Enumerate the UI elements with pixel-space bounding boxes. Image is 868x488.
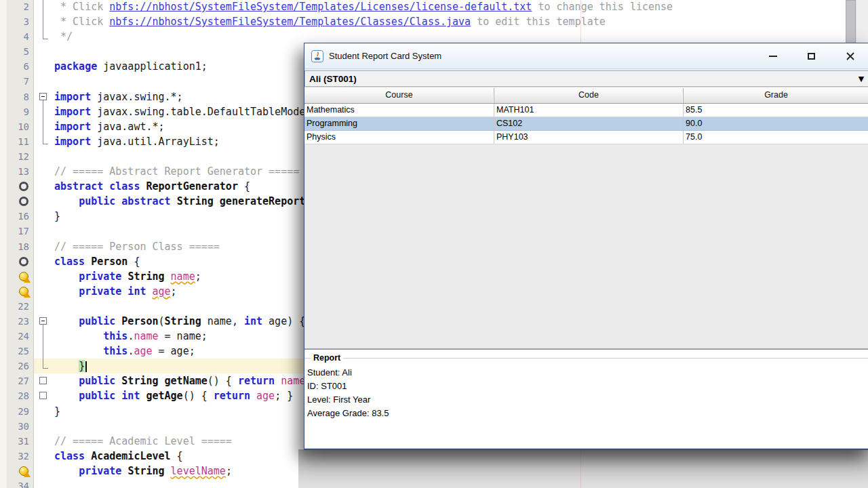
fold-marker bbox=[34, 194, 53, 209]
line-number[interactable]: 3 bbox=[7, 14, 34, 29]
line-number[interactable]: 26 bbox=[7, 359, 34, 373]
line-number[interactable]: 12 bbox=[7, 149, 34, 164]
line-number[interactable]: 28 bbox=[7, 388, 34, 403]
fold-marker[interactable] bbox=[34, 344, 53, 359]
code-text: private String name; bbox=[53, 269, 201, 284]
line-number[interactable]: 30 bbox=[7, 419, 34, 434]
line-number[interactable]: 4 bbox=[7, 29, 34, 44]
report-line: ID: ST001 bbox=[307, 380, 868, 393]
annotation-icon[interactable] bbox=[7, 179, 34, 194]
fold-marker[interactable] bbox=[34, 104, 53, 119]
minimize-icon bbox=[769, 56, 777, 57]
line-number[interactable]: 32 bbox=[7, 449, 34, 464]
fold-marker[interactable] bbox=[34, 0, 53, 14]
editor-margin bbox=[0, 44, 7, 59]
line-number[interactable]: 25 bbox=[7, 344, 34, 359]
editor-margin bbox=[0, 388, 7, 403]
line-number[interactable]: 16 bbox=[7, 209, 34, 224]
line-number[interactable]: 31 bbox=[7, 434, 34, 449]
fold-marker[interactable] bbox=[34, 29, 53, 44]
line-number[interactable]: 13 bbox=[7, 164, 34, 179]
student-report-window: Student Report Card System Ali (ST001) ▼… bbox=[304, 43, 868, 450]
table-row[interactable]: ProgrammingCS10290.0 bbox=[304, 117, 868, 131]
annotation-icon[interactable] bbox=[7, 254, 34, 269]
student-selector[interactable]: Ali (ST001) ▼ bbox=[304, 70, 868, 87]
table-row[interactable]: PhysicsPHY10375.0 bbox=[304, 131, 868, 144]
fold-marker[interactable] bbox=[34, 329, 53, 344]
line-number[interactable]: 10 bbox=[7, 119, 34, 134]
line-number[interactable]: 17 bbox=[7, 224, 34, 239]
fold-marker bbox=[34, 479, 53, 488]
grades-table-empty-area bbox=[304, 144, 868, 350]
editor-margin bbox=[0, 314, 7, 329]
report-titled-border bbox=[304, 358, 868, 361]
text-caret bbox=[85, 361, 87, 372]
column-header-code[interactable]: Code bbox=[494, 88, 684, 103]
fold-marker[interactable] bbox=[34, 14, 53, 29]
warning-bulb-icon[interactable] bbox=[7, 284, 34, 299]
line-number[interactable]: 8 bbox=[7, 89, 34, 104]
editor-margin bbox=[0, 404, 7, 419]
line-number[interactable]: 27 bbox=[7, 373, 34, 388]
line-number[interactable]: 18 bbox=[7, 239, 34, 254]
java-app-icon bbox=[311, 50, 323, 62]
table-cell: Physics bbox=[304, 131, 494, 144]
table-cell: PHY103 bbox=[494, 131, 684, 144]
editor-margin bbox=[0, 164, 7, 179]
line-number[interactable]: 5 bbox=[7, 44, 34, 59]
editor-margin bbox=[0, 119, 7, 134]
line-number[interactable]: 11 bbox=[7, 134, 34, 149]
code-line[interactable]: 4 */ bbox=[0, 29, 868, 44]
code-text bbox=[53, 74, 54, 89]
editor-margin bbox=[0, 149, 7, 164]
fold-marker[interactable] bbox=[34, 134, 53, 149]
line-number[interactable]: 34 bbox=[7, 479, 34, 488]
fold-marker[interactable] bbox=[34, 373, 53, 388]
close-button[interactable] bbox=[831, 43, 868, 68]
fold-marker bbox=[34, 224, 53, 239]
fold-marker[interactable] bbox=[34, 388, 53, 403]
fold-marker[interactable] bbox=[34, 359, 53, 373]
warning-bulb-icon[interactable] bbox=[7, 269, 34, 284]
line-number[interactable]: 7 bbox=[7, 74, 34, 89]
maximize-button[interactable] bbox=[792, 43, 831, 68]
report-panel: Report Student: AliID: ST001Level: First… bbox=[304, 350, 868, 449]
chevron-down-icon[interactable]: ▼ bbox=[854, 75, 868, 83]
code-text: // ===== Academic Level ===== bbox=[53, 434, 232, 449]
editor-margin bbox=[0, 194, 7, 209]
fold-marker[interactable] bbox=[34, 314, 53, 329]
code-text bbox=[53, 479, 54, 488]
code-text bbox=[53, 149, 54, 164]
code-text: public String getName() { return name; } bbox=[53, 373, 323, 388]
annotation-icon[interactable] bbox=[7, 194, 34, 209]
column-header-grade[interactable]: Grade bbox=[684, 88, 868, 103]
code-text: // ===== Person Class ===== bbox=[53, 239, 220, 254]
code-text: */ bbox=[53, 29, 73, 44]
editor-margin bbox=[0, 179, 7, 194]
fold-marker[interactable] bbox=[34, 89, 53, 104]
fold-marker bbox=[34, 239, 53, 254]
code-text: } bbox=[53, 359, 87, 373]
line-number[interactable]: 6 bbox=[7, 59, 34, 74]
warning-bulb-icon[interactable] bbox=[7, 464, 34, 479]
editor-margin bbox=[0, 14, 7, 29]
line-number[interactable]: 22 bbox=[7, 299, 34, 314]
code-text: import javax.swing.*; bbox=[53, 89, 183, 104]
window-titlebar[interactable]: Student Report Card System bbox=[304, 43, 868, 69]
line-number[interactable]: 2 bbox=[7, 0, 34, 14]
code-text: import javax.swing.table.DefaultTableMod… bbox=[53, 104, 317, 119]
code-line[interactable]: 3 * Click nbfs://nbhost/SystemFileSystem… bbox=[0, 14, 868, 29]
minimize-button[interactable] bbox=[753, 43, 792, 68]
code-text: class Person { bbox=[53, 254, 140, 269]
table-cell: 90.0 bbox=[684, 117, 868, 131]
code-text bbox=[53, 224, 54, 239]
table-row[interactable]: MathematicsMATH10185.5 bbox=[304, 104, 868, 117]
fold-marker[interactable] bbox=[34, 119, 53, 134]
table-cell: CS102 bbox=[494, 117, 684, 131]
column-header-course[interactable]: Course bbox=[304, 88, 494, 103]
code-line[interactable]: 2 * Click nbfs://nbhost/SystemFileSystem… bbox=[0, 0, 868, 14]
line-number[interactable]: 24 bbox=[7, 329, 34, 344]
line-number[interactable]: 29 bbox=[7, 404, 34, 419]
line-number[interactable]: 23 bbox=[7, 314, 34, 329]
line-number[interactable]: 9 bbox=[7, 104, 34, 119]
